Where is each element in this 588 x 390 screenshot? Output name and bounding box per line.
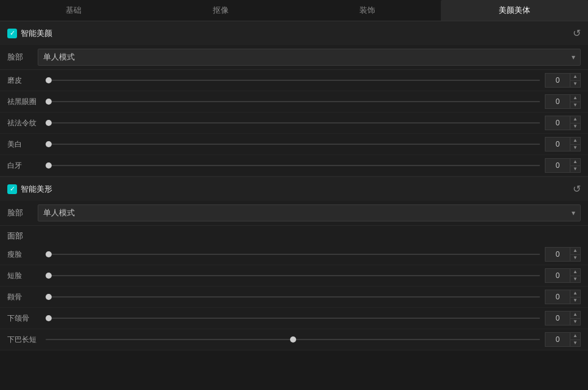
spinner-down-shoulian[interactable]: ▼ xyxy=(570,255,580,262)
spinner-quangu[interactable]: ▲ ▼ xyxy=(570,290,581,304)
slider-value-wrap-quangu: 0 ▲ ▼ xyxy=(545,290,581,304)
chevron-down-icon: ▾ xyxy=(572,53,575,61)
slider-track-baiya[interactable] xyxy=(46,159,540,172)
tab-beauty[interactable]: 美颜美体 xyxy=(441,0,588,21)
slider-row-shoulian: 瘦脸 0 ▲ ▼ xyxy=(0,244,588,265)
spinner-down-duanlian[interactable]: ▼ xyxy=(570,276,580,283)
slider-label-xiaba: 下巴长短 xyxy=(7,335,41,345)
spinner-heiyq[interactable]: ▲ ▼ xyxy=(570,94,581,109)
spinner-mopi[interactable]: ▲ ▼ xyxy=(570,73,581,88)
beauty-face-checkbox[interactable]: ✓ xyxy=(7,29,17,38)
beauty-face-reset-icon[interactable]: ↺ xyxy=(573,27,581,39)
slider-value-mopi: 0 xyxy=(545,73,570,88)
spinner-down-quangu[interactable]: ▼ xyxy=(570,298,580,304)
beauty-shape-reset-icon[interactable]: ↺ xyxy=(573,183,581,195)
slider-track-shoulian[interactable] xyxy=(46,248,540,260)
slider-label-duanlian: 短脸 xyxy=(7,271,41,281)
slider-thumb-xiaba xyxy=(290,336,296,343)
beauty-shape-mode-select[interactable]: 单人模式 ▾ xyxy=(38,204,581,221)
spinner-down-meibai[interactable]: ▼ xyxy=(570,145,580,151)
spinner-up-xiahegu[interactable]: ▲ xyxy=(570,312,580,319)
slider-track-xiaba[interactable] xyxy=(46,333,540,346)
beauty-face-mode-label: 脸部 xyxy=(7,52,38,63)
slider-value-wrap-meibai: 0 ▲ ▼ xyxy=(545,137,581,151)
slider-value-shoulian: 0 xyxy=(545,247,570,262)
tab-layout[interactable]: 装饰 xyxy=(294,0,441,21)
spinner-xiaba[interactable]: ▲ ▼ xyxy=(570,332,581,347)
slider-value-xiahegu: 0 xyxy=(545,311,570,326)
spinner-up-shoulian[interactable]: ▲ xyxy=(570,248,580,255)
beauty-face-mode-select[interactable]: 单人模式 ▾ xyxy=(38,49,581,66)
slider-value-duanlian: 0 xyxy=(545,268,570,283)
slider-row-heiyq: 祛黑眼圈 0 ▲ ▼ xyxy=(0,91,588,113)
spinner-baiya[interactable]: ▲ ▼ xyxy=(570,158,581,173)
slider-label-meibai: 美白 xyxy=(7,139,41,150)
slider-label-shoulian: 瘦脸 xyxy=(7,249,41,260)
spinner-down-xiaba[interactable]: ▼ xyxy=(570,340,580,347)
beauty-face-title: ✓ 智能美颜 xyxy=(7,28,52,39)
slider-track-xiahegu[interactable] xyxy=(46,312,540,324)
spinner-down-heiyq[interactable]: ▼ xyxy=(570,102,580,109)
beauty-face-label: 智能美颜 xyxy=(21,28,52,39)
slider-track-bg xyxy=(46,80,540,81)
slider-label-mopi: 磨皮 xyxy=(7,75,41,86)
spinner-up-baiya[interactable]: ▲ xyxy=(570,159,580,166)
slider-track-falw[interactable] xyxy=(46,117,540,129)
slider-thumb-xiahegu xyxy=(46,315,52,321)
slider-track-bg xyxy=(46,144,540,145)
slider-track-heiyq[interactable] xyxy=(46,96,540,108)
spinner-meibai[interactable]: ▲ ▼ xyxy=(570,137,581,151)
slider-value-xiaba: 0 xyxy=(545,332,570,347)
slider-track-meibai[interactable] xyxy=(46,138,540,150)
spinner-down-xiahegu[interactable]: ▼ xyxy=(570,319,580,326)
beauty-face-section: ✓ 智能美颜 ↺ 脸部 单人模式 ▾ 磨皮 0 ▲ ▼ xyxy=(0,21,588,176)
spinner-down-falw[interactable]: ▼ xyxy=(570,124,580,130)
beauty-face-mode-row: 脸部 单人模式 ▾ xyxy=(0,45,588,70)
slider-track-duanlian[interactable] xyxy=(46,270,540,282)
slider-row-baiya: 白牙 0 ▲ ▼ xyxy=(0,155,588,176)
slider-thumb-meibai xyxy=(46,141,52,147)
slider-value-baiya: 0 xyxy=(545,158,570,173)
slider-value-falw: 0 xyxy=(545,116,570,130)
spinner-up-meibai[interactable]: ▲ xyxy=(570,138,580,145)
spinner-shoulian[interactable]: ▲ ▼ xyxy=(570,247,581,262)
spinner-down-mopi[interactable]: ▼ xyxy=(570,81,580,88)
slider-row-quangu: 颧骨 0 ▲ ▼ xyxy=(0,287,588,308)
face-sub-section-text: 面部 xyxy=(7,231,23,240)
spinner-duanlian[interactable]: ▲ ▼ xyxy=(570,268,581,283)
slider-thumb-quangu xyxy=(46,294,52,300)
slider-thumb-duanlian xyxy=(46,273,52,279)
beauty-shape-header: ✓ 智能美形 ↺ xyxy=(0,177,588,201)
spinner-up-duanlian[interactable]: ▲ xyxy=(570,269,580,276)
slider-value-wrap-falw: 0 ▲ ▼ xyxy=(545,116,581,130)
slider-track-mopi[interactable] xyxy=(46,74,540,86)
slider-value-heiyq: 0 xyxy=(545,94,570,109)
beauty-shape-checkbox[interactable]: ✓ xyxy=(7,184,17,194)
slider-track-bg xyxy=(46,318,540,319)
slider-thumb-heiyq xyxy=(46,99,52,105)
slider-value-wrap-xiaba: 0 ▲ ▼ xyxy=(545,332,581,347)
spinner-up-mopi[interactable]: ▲ xyxy=(570,74,580,81)
slider-thumb-baiya xyxy=(46,162,52,169)
beauty-shape-section: ✓ 智能美形 ↺ 脸部 单人模式 ▾ 面部 瘦脸 0 ▲ ▼ xyxy=(0,177,588,350)
slider-thumb-shoulian xyxy=(46,251,52,257)
spinner-up-falw[interactable]: ▲ xyxy=(570,116,580,124)
spinner-up-quangu[interactable]: ▲ xyxy=(570,290,580,298)
spinner-up-heiyq[interactable]: ▲ xyxy=(570,95,580,102)
slider-value-quangu: 0 xyxy=(545,290,570,304)
slider-row-falw: 祛法令纹 0 ▲ ▼ xyxy=(0,113,588,134)
slider-track-bg xyxy=(46,122,540,124)
tab-basic[interactable]: 基础 xyxy=(0,0,147,21)
slider-value-wrap-xiahegu: 0 ▲ ▼ xyxy=(545,311,581,326)
beauty-shape-sliders: 瘦脸 0 ▲ ▼ 短脸 0 ▲ xyxy=(0,244,588,350)
spinner-up-xiaba[interactable]: ▲ xyxy=(570,333,580,340)
spinner-xiahegu[interactable]: ▲ ▼ xyxy=(570,311,581,326)
slider-value-wrap-duanlian: 0 ▲ ▼ xyxy=(545,268,581,283)
beauty-face-header: ✓ 智能美颜 ↺ xyxy=(0,21,588,45)
slider-track-quangu[interactable] xyxy=(46,291,540,303)
spinner-down-baiya[interactable]: ▼ xyxy=(570,166,580,173)
tab-portrait[interactable]: 抠像 xyxy=(147,0,294,21)
spinner-falw[interactable]: ▲ ▼ xyxy=(570,116,581,130)
beauty-shape-mode-label: 脸部 xyxy=(7,207,38,218)
slider-track-bg xyxy=(46,165,540,166)
